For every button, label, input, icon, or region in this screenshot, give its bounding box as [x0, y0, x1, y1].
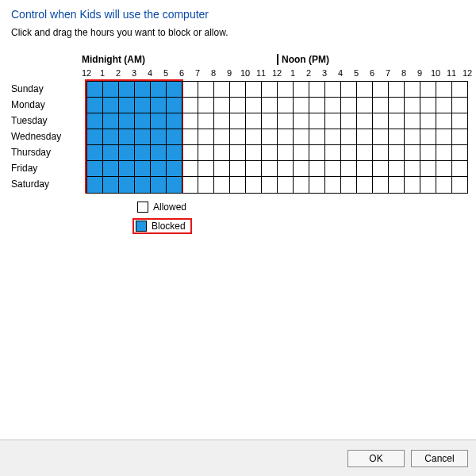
time-cell[interactable] [87, 113, 103, 129]
time-cell[interactable] [214, 177, 230, 193]
time-cell[interactable] [357, 145, 373, 161]
time-cell[interactable] [119, 98, 135, 113]
time-cell[interactable] [230, 82, 246, 98]
time-cell[interactable] [167, 82, 182, 98]
time-cell[interactable] [87, 145, 103, 161]
time-cell[interactable] [436, 129, 452, 145]
time-cell[interactable] [294, 82, 309, 98]
time-cell[interactable] [294, 177, 309, 193]
time-cell[interactable] [373, 161, 389, 177]
time-cell[interactable] [246, 177, 262, 193]
time-cell[interactable] [214, 82, 230, 98]
time-cell[interactable] [278, 145, 294, 161]
time-cell[interactable] [420, 145, 436, 161]
time-cell[interactable] [87, 82, 103, 98]
time-cell[interactable] [389, 82, 405, 98]
time-cell[interactable] [151, 113, 167, 129]
time-cell[interactable] [103, 98, 119, 113]
time-cell[interactable] [373, 98, 389, 113]
time-cell[interactable] [420, 129, 436, 145]
time-cell[interactable] [87, 129, 103, 145]
time-cell[interactable] [262, 177, 278, 193]
time-cell[interactable] [103, 113, 119, 129]
time-cell[interactable] [87, 177, 103, 193]
time-cell[interactable] [230, 113, 246, 129]
time-cell[interactable] [151, 129, 167, 145]
time-cell[interactable] [452, 98, 468, 113]
time-cell[interactable] [436, 98, 452, 113]
time-cell[interactable] [373, 129, 389, 145]
time-cell[interactable] [389, 177, 405, 193]
time-cell[interactable] [151, 177, 167, 193]
time-cell[interactable] [119, 161, 135, 177]
time-cell[interactable] [135, 145, 151, 161]
time-cell[interactable] [420, 82, 436, 98]
time-cell[interactable] [214, 145, 230, 161]
time-cell[interactable] [87, 98, 103, 113]
time-cell[interactable] [389, 145, 405, 161]
time-cell[interactable] [452, 82, 468, 98]
time-cell[interactable] [452, 177, 468, 193]
time-cell[interactable] [87, 161, 103, 177]
time-cell[interactable] [405, 113, 420, 129]
time-cell[interactable] [135, 82, 151, 98]
time-cell[interactable] [262, 82, 278, 98]
time-cell[interactable] [230, 129, 246, 145]
time-cell[interactable] [182, 129, 198, 145]
time-cell[interactable] [357, 113, 373, 129]
time-cell[interactable] [325, 113, 341, 129]
time-cell[interactable] [198, 145, 214, 161]
time-cell[interactable] [167, 161, 182, 177]
time-cell[interactable] [135, 113, 151, 129]
time-cell[interactable] [294, 145, 309, 161]
time-cell[interactable] [389, 113, 405, 129]
time-cell[interactable] [151, 161, 167, 177]
time-cell[interactable] [325, 82, 341, 98]
time-cell[interactable] [278, 113, 294, 129]
time-cell[interactable] [230, 161, 246, 177]
time-cell[interactable] [373, 113, 389, 129]
time-cell[interactable] [389, 161, 405, 177]
time-cell[interactable] [405, 98, 420, 113]
time-cell[interactable] [103, 145, 119, 161]
time-cell[interactable] [278, 129, 294, 145]
time-cell[interactable] [373, 82, 389, 98]
time-cell[interactable] [294, 129, 309, 145]
time-cell[interactable] [135, 161, 151, 177]
time-cell[interactable] [119, 145, 135, 161]
time-cell[interactable] [452, 113, 468, 129]
time-cell[interactable] [357, 98, 373, 113]
time-cell[interactable] [341, 145, 357, 161]
time-cell[interactable] [294, 161, 309, 177]
time-cell[interactable] [262, 113, 278, 129]
time-cell[interactable] [246, 113, 262, 129]
time-cell[interactable] [182, 177, 198, 193]
time-cell[interactable] [452, 161, 468, 177]
time-cell[interactable] [436, 145, 452, 161]
time-cell[interactable] [436, 82, 452, 98]
time-cell[interactable] [230, 145, 246, 161]
time-cell[interactable] [198, 113, 214, 129]
time-cell[interactable] [309, 82, 325, 98]
time-grid[interactable] [86, 81, 468, 194]
time-cell[interactable] [389, 98, 405, 113]
time-cell[interactable] [341, 82, 357, 98]
time-cell[interactable] [436, 113, 452, 129]
time-cell[interactable] [294, 98, 309, 113]
time-cell[interactable] [436, 177, 452, 193]
time-cell[interactable] [262, 145, 278, 161]
time-cell[interactable] [135, 98, 151, 113]
time-cell[interactable] [167, 113, 182, 129]
time-cell[interactable] [198, 82, 214, 98]
time-cell[interactable] [309, 113, 325, 129]
time-cell[interactable] [198, 161, 214, 177]
time-cell[interactable] [325, 145, 341, 161]
time-cell[interactable] [246, 98, 262, 113]
time-cell[interactable] [309, 129, 325, 145]
time-cell[interactable] [357, 177, 373, 193]
time-cell[interactable] [246, 82, 262, 98]
time-cell[interactable] [198, 98, 214, 113]
time-cell[interactable] [420, 177, 436, 193]
time-cell[interactable] [167, 177, 182, 193]
cancel-button[interactable]: Cancel [411, 450, 468, 467]
